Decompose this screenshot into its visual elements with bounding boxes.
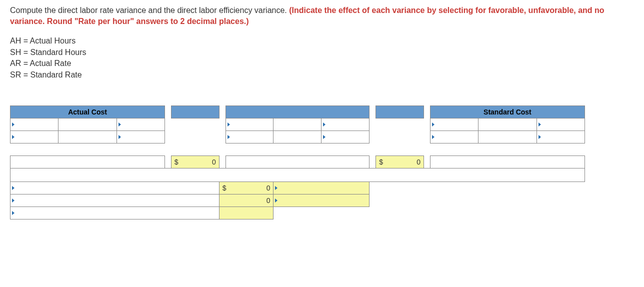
variance-fu-1[interactable] — [274, 182, 370, 194]
totals-row: $ 0 $ 0 — [10, 156, 585, 168]
mid2-total-cell[interactable] — [226, 156, 370, 168]
std-total-cell[interactable] — [430, 156, 584, 168]
variance-row-1: $ 0 — [10, 182, 585, 194]
mid3-total: $ 0 — [376, 156, 424, 168]
variance-label-2[interactable] — [10, 194, 220, 206]
cell[interactable] — [58, 130, 116, 143]
legend: AH = Actual Hours SH = Standard Hours AR… — [10, 36, 634, 80]
dropdown[interactable] — [430, 130, 478, 143]
span-row — [10, 168, 585, 182]
header-standard-cost: Standard Cost — [430, 106, 584, 118]
variance-fu-2[interactable] — [274, 194, 370, 206]
question-text: Compute the direct labor rate variance a… — [10, 5, 634, 26]
dropdown[interactable] — [226, 118, 274, 130]
cell[interactable] — [274, 130, 322, 143]
header-mid1 — [171, 106, 219, 118]
header-actual-cost: Actual Cost — [10, 106, 165, 118]
dropdown[interactable] — [322, 118, 370, 130]
input-row-1 — [10, 118, 585, 130]
full-span-cell[interactable] — [10, 168, 585, 182]
zero-value: 0 — [416, 158, 424, 166]
dropdown[interactable] — [10, 118, 58, 130]
variance-row-3 — [10, 206, 585, 219]
legend-ah: AH = Actual Hours — [10, 36, 634, 46]
dollar-sign: $ — [376, 158, 383, 166]
dropdown[interactable] — [536, 130, 584, 143]
cell[interactable] — [478, 130, 536, 143]
zero-value: 0 — [266, 196, 274, 204]
header-mid3 — [376, 106, 424, 118]
actual-total-cell[interactable] — [10, 156, 165, 168]
cell[interactable] — [478, 118, 536, 130]
legend-sh: SH = Standard Hours — [10, 47, 634, 58]
dropdown[interactable] — [430, 118, 478, 130]
header-row: Actual Cost Standard Cost — [10, 106, 585, 118]
dropdown[interactable] — [117, 130, 165, 143]
legend-sr: SR = Standard Rate — [10, 70, 634, 80]
variance-table: Actual Cost Standard Cost $ 0 $ 0 — [10, 106, 585, 220]
dropdown[interactable] — [10, 130, 58, 143]
zero-value: 0 — [212, 158, 219, 166]
dollar-sign: $ — [220, 184, 226, 192]
variance-amount-3[interactable] — [219, 206, 274, 219]
dropdown[interactable] — [226, 130, 274, 143]
header-mid2 — [226, 106, 370, 118]
variance-amount-1: $ 0 — [219, 182, 274, 194]
zero-value: 0 — [266, 184, 274, 192]
variance-label-3[interactable] — [10, 206, 220, 219]
input-row-2 — [10, 130, 585, 143]
dollar-sign: $ — [172, 158, 178, 166]
cell[interactable] — [274, 118, 322, 130]
cell[interactable] — [58, 118, 116, 130]
question-intro: Compute the direct labor rate variance a… — [10, 6, 289, 14]
dropdown[interactable] — [536, 118, 584, 130]
variance-amount-2: 0 — [219, 194, 274, 206]
mid1-total: $ 0 — [171, 156, 219, 168]
dropdown[interactable] — [322, 130, 370, 143]
variance-label-1[interactable] — [10, 182, 220, 194]
variance-row-2: 0 — [10, 194, 585, 206]
dropdown[interactable] — [117, 118, 165, 130]
legend-ar: AR = Actual Rate — [10, 58, 634, 69]
